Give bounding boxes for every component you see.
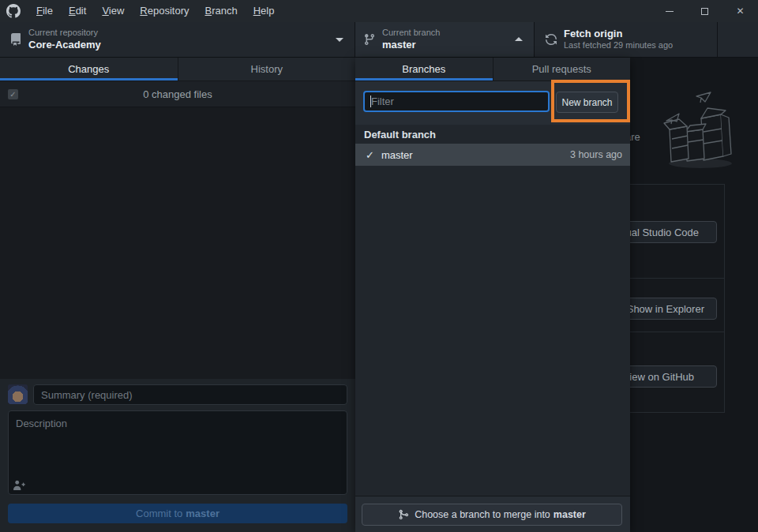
chevron-up-icon bbox=[515, 37, 523, 41]
menu-file[interactable]: File bbox=[28, 0, 61, 22]
sidebar-tabs: Changes History bbox=[0, 58, 355, 81]
check-icon: ✓ bbox=[366, 149, 374, 161]
menu-branch[interactable]: Branch bbox=[197, 0, 245, 22]
close-button[interactable]: ✕ bbox=[722, 0, 758, 22]
text-caret bbox=[370, 96, 371, 107]
menu-repository[interactable]: Repository bbox=[132, 0, 197, 22]
changed-files-row: ✓ 0 changed files bbox=[0, 81, 355, 107]
current-repository-selector[interactable]: Current repository Core-Academy bbox=[0, 22, 355, 57]
github-desktop-window: File Edit View Repository Branch Help ✕ … bbox=[0, 0, 758, 532]
menu-edit[interactable]: Edit bbox=[61, 0, 94, 22]
fetch-origin-button[interactable]: Fetch origin Last fetched 29 minutes ago bbox=[535, 22, 718, 57]
current-branch-value: master bbox=[382, 39, 440, 51]
current-branch-selector[interactable]: Current branch master bbox=[355, 22, 535, 57]
sync-icon bbox=[545, 33, 557, 46]
changes-list-empty-area bbox=[0, 107, 355, 379]
tab-history[interactable]: History bbox=[178, 58, 356, 81]
menu-view[interactable]: View bbox=[94, 0, 132, 22]
maximize-button[interactable] bbox=[687, 0, 722, 22]
empty-boxes-illustration bbox=[655, 87, 746, 172]
repo-icon bbox=[9, 33, 22, 46]
tab-pull-requests[interactable]: Pull requests bbox=[493, 58, 631, 81]
add-coauthor-icon[interactable] bbox=[13, 480, 25, 490]
commit-summary-input[interactable] bbox=[33, 384, 347, 405]
active-tab-underline bbox=[0, 78, 178, 81]
branch-row-master[interactable]: ✓ master 3 hours ago bbox=[355, 144, 630, 166]
commit-description-input[interactable] bbox=[8, 410, 347, 495]
git-branch-icon bbox=[363, 33, 376, 46]
current-repository-value: Core-Academy bbox=[28, 39, 101, 51]
github-logo-icon bbox=[6, 4, 21, 18]
branch-name: master bbox=[381, 149, 413, 161]
branch-updated-time: 3 hours ago bbox=[570, 149, 622, 160]
branch-filter-input[interactable] bbox=[363, 91, 550, 112]
current-repository-label: Current repository bbox=[28, 28, 101, 39]
commit-to-master-button[interactable]: Commit tomaster bbox=[8, 504, 347, 523]
window-controls: ✕ bbox=[651, 0, 758, 22]
fetch-origin-title: Fetch origin bbox=[564, 28, 673, 40]
toolbar: Current repository Core-Academy Current … bbox=[0, 22, 758, 58]
chevron-down-icon bbox=[336, 38, 343, 42]
panel-footer: Choose a branch to merge intomaster bbox=[355, 496, 630, 532]
tab-changes[interactable]: Changes bbox=[0, 58, 178, 81]
titlebar: File Edit View Repository Branch Help ✕ bbox=[0, 0, 758, 22]
panel-tabs: Branches Pull requests bbox=[355, 58, 630, 81]
maximize-icon bbox=[701, 8, 708, 15]
changed-files-summary: 0 changed files bbox=[0, 81, 355, 107]
menu-bar: File Edit View Repository Branch Help bbox=[28, 0, 282, 22]
commit-form: Commit tomaster bbox=[0, 379, 355, 532]
current-branch-label: Current branch bbox=[382, 28, 440, 39]
toolbar-spacer bbox=[718, 22, 758, 57]
avatar bbox=[8, 384, 28, 404]
active-tab-underline bbox=[355, 78, 493, 81]
choose-branch-to-merge-button[interactable]: Choose a branch to merge intomaster bbox=[362, 504, 622, 526]
fetch-origin-subtitle: Last fetched 29 minutes ago bbox=[564, 40, 673, 51]
branches-dropdown-panel: Branches Pull requests New branch Defaul… bbox=[355, 58, 630, 532]
tab-branches[interactable]: Branches bbox=[355, 58, 493, 81]
default-branch-header: Default branch bbox=[355, 125, 630, 144]
minimize-button[interactable] bbox=[651, 0, 687, 22]
close-icon: ✕ bbox=[736, 6, 744, 16]
minimize-icon bbox=[666, 11, 674, 12]
annotation-highlight-rect bbox=[551, 80, 630, 122]
git-merge-icon bbox=[398, 509, 409, 520]
menu-help[interactable]: Help bbox=[246, 0, 283, 22]
